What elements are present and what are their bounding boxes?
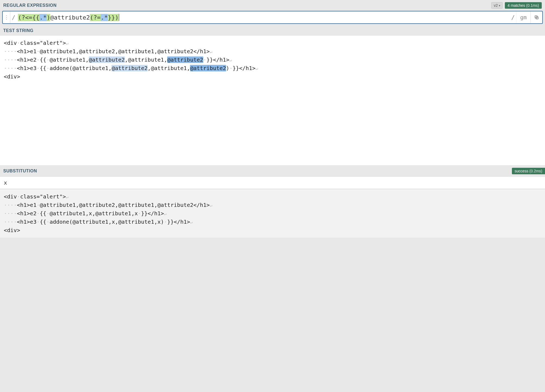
regex-delim-open: / bbox=[10, 11, 17, 23]
substitution-title: SUBSTITUTION bbox=[3, 169, 512, 173]
regex-input-row: ⋮ / (?<={{.*)@attribute2(?=.*}}) / gm bbox=[2, 11, 543, 24]
copy-icon bbox=[534, 15, 539, 20]
drag-handle-icon[interactable]: ⋮ bbox=[3, 11, 10, 23]
substitution-input[interactable]: x bbox=[0, 176, 545, 189]
version-label: v2 bbox=[494, 3, 498, 8]
test-header: TEST STRING bbox=[0, 26, 545, 35]
substitution-result: <div·class="alert">↵····<h1>e1·@attribut… bbox=[0, 189, 545, 238]
matches-count: 4 matches bbox=[508, 3, 525, 8]
success-label: success bbox=[515, 169, 528, 173]
text-cursor bbox=[119, 14, 119, 21]
regex-delim-close: / bbox=[510, 11, 516, 23]
regex-input[interactable]: (?<={{.*)@attribute2(?=.*}}) bbox=[17, 11, 510, 23]
matches-time: (0.1ms) bbox=[526, 3, 539, 8]
success-badge: success (0.2ms) bbox=[512, 168, 545, 174]
regex-header: REGULAR EXPRESSION v2 ▾ 4 matches (0.1ms… bbox=[0, 0, 545, 11]
version-selector[interactable]: v2 ▾ bbox=[491, 2, 503, 9]
matches-badge: 4 matches (0.1ms) bbox=[505, 2, 542, 9]
substitution-header: SUBSTITUTION success (0.2ms) bbox=[0, 166, 545, 176]
regex-flags[interactable]: gm bbox=[516, 11, 530, 23]
test-string-input[interactable]: <div·class="alert">↵····<h1>e1·@attribut… bbox=[0, 35, 545, 166]
success-time: (0.2ms) bbox=[530, 169, 542, 173]
chevron-down-icon: ▾ bbox=[499, 4, 500, 7]
test-title: TEST STRING bbox=[3, 28, 542, 33]
regex-title: REGULAR EXPRESSION bbox=[3, 3, 491, 8]
copy-button[interactable] bbox=[530, 11, 542, 23]
